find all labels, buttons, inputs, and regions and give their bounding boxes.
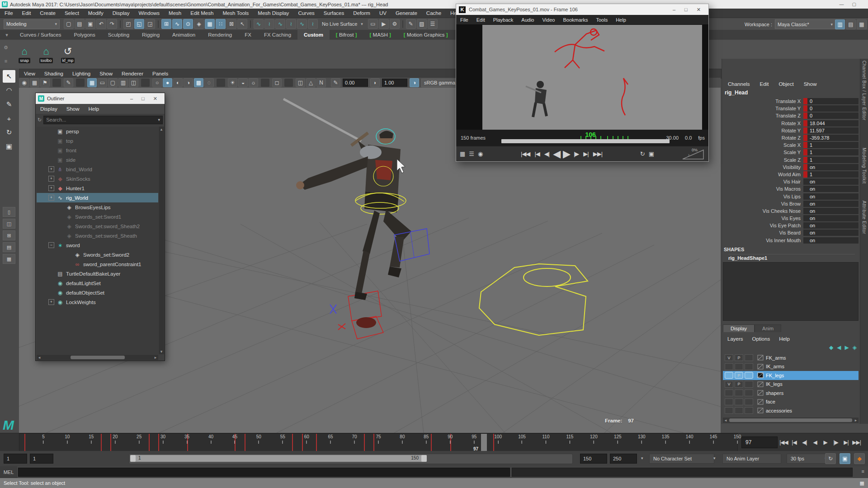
outliner-item[interactable]: ▣ front [37, 145, 158, 155]
paint-effects-icon[interactable]: ✎ [406, 19, 416, 29]
range-slider-bar[interactable]: 1 150 [130, 455, 427, 462]
expand-toggle-icon[interactable]: + [48, 185, 54, 191]
layer-playback-toggle[interactable] [735, 389, 743, 396]
player-title-bar[interactable]: K Combat_Games_KeyPoses_01.mov - Frame 1… [456, 4, 708, 15]
lasso-select-tool[interactable]: ◠ [3, 84, 15, 97]
channel-value-field[interactable]: on [803, 237, 859, 244]
outliner-item[interactable]: ▣ persp [37, 127, 158, 136]
layer-display-type-toggle[interactable] [745, 381, 753, 388]
outliner-menu-item[interactable]: Display [36, 104, 62, 113]
shape-node-name[interactable]: rig_HeadShape1 [728, 254, 855, 261]
player-menu-item[interactable]: Bookmarks [559, 15, 592, 24]
curve-history-icon[interactable]: ≀ [308, 19, 318, 29]
menu-item[interactable]: Modify [84, 9, 108, 18]
layer-display-type-toggle[interactable] [745, 363, 753, 370]
player-menu-item[interactable]: Tools [592, 15, 612, 24]
outliner-item[interactable]: ◉ defaultLightSet [37, 278, 158, 288]
outliner-maximize-button[interactable]: □ [142, 96, 145, 101]
toggle-tool-settings-icon[interactable]: ▦ [857, 19, 867, 29]
outliner-item[interactable]: ◉ defaultObjectSet [37, 288, 158, 297]
command-line-input[interactable] [18, 468, 510, 477]
tab-attribute-editor[interactable]: Attribute Editor [860, 199, 868, 236]
channel-box-menu-item[interactable]: Object [774, 80, 798, 89]
range-slider-track[interactable]: 1 150 [129, 454, 573, 464]
layer-playback-toggle[interactable] [735, 363, 743, 370]
xray-joints-icon[interactable]: △ [306, 78, 316, 87]
rotate-tool[interactable]: ↻ [3, 126, 15, 139]
color-palette-icon[interactable]: ◉ [478, 150, 483, 157]
playback-end-field[interactable]: 150 [580, 454, 607, 464]
toggle-attribute-editor-icon[interactable]: ▤ [846, 19, 856, 29]
layer-playback-toggle[interactable]: P [735, 354, 743, 361]
gamma-icon[interactable]: ◗ [370, 78, 380, 87]
shelf-tab[interactable]: Bifrost [330, 30, 363, 40]
menu-item[interactable]: Select [60, 9, 84, 18]
select-tool[interactable]: ↖ [3, 70, 15, 83]
layer-visibility-toggle[interactable] [725, 363, 733, 370]
player-video-area[interactable] [456, 25, 708, 130]
shelf-tab[interactable]: Rigging [136, 30, 166, 40]
list-view-icon[interactable]: ☰ [469, 150, 474, 157]
ipr-render-icon[interactable]: ▶ [379, 19, 389, 29]
player-menu-item[interactable]: File [456, 15, 472, 24]
player-menu-item[interactable]: Video [538, 15, 559, 24]
channel-value-field[interactable]: on [803, 193, 859, 200]
playback-start-field[interactable]: 1 [30, 454, 53, 464]
outliner-close-button[interactable]: ✕ [153, 96, 157, 101]
player-menu-item[interactable]: Help [612, 15, 630, 24]
search-dropdown-icon[interactable]: ▾ [158, 116, 160, 124]
shelf-tab[interactable]: FX [238, 30, 258, 40]
exposure-icon[interactable]: ✎ [331, 78, 340, 87]
use-all-lights-icon[interactable]: ☀ [228, 78, 237, 87]
channel-value-field[interactable]: on [803, 186, 859, 192]
shelf-tab[interactable]: Custom [297, 30, 330, 40]
outliner-item[interactable]: + ◉ LockWeights [37, 297, 158, 307]
shelf-tab[interactable]: Rendering [202, 30, 238, 40]
shelf-tab[interactable]: MASH [363, 30, 397, 40]
go-to-start-button[interactable]: |◀◀ [778, 436, 789, 448]
snap-to-plane-icon[interactable]: ◈ [194, 19, 204, 29]
layer-playback-toggle[interactable] [735, 399, 743, 405]
wireframe-on-shaded-icon[interactable]: ◐ [173, 78, 183, 87]
layer-visibility-toggle[interactable] [725, 399, 733, 405]
channel-value-field[interactable]: on [803, 208, 859, 214]
channel-value-field[interactable]: 0 [803, 105, 859, 112]
channel-value-field[interactable]: on [803, 222, 859, 229]
layer-display-type-toggle[interactable] [745, 399, 753, 405]
grid-toggle-icon[interactable]: ▦ [87, 78, 97, 87]
channel-value-field[interactable]: 1 [803, 157, 859, 163]
play-backwards-button[interactable]: ◀ [810, 436, 820, 448]
layer-row[interactable]: P FK_legs [723, 371, 859, 380]
layer-sort-icon[interactable]: ◈ [853, 344, 857, 351]
expand-toggle-icon[interactable]: + [48, 166, 54, 172]
animation-start-field[interactable]: 1 [4, 454, 27, 464]
frame-list-icon[interactable]: ▣ [649, 150, 654, 157]
menu-item[interactable]: Create [35, 9, 60, 18]
anim-layer-menu-icon[interactable]: ▾ [713, 456, 716, 460]
outliner-minimize-button[interactable]: – [130, 96, 133, 101]
layer-editor-menu-item[interactable]: Options [748, 334, 775, 343]
channel-value-field[interactable]: on [803, 178, 859, 185]
select-by-hierarchy-icon[interactable]: ◰ [123, 19, 133, 29]
shelf-tab[interactable]: Animation [166, 30, 202, 40]
player-go-to-end-button[interactable]: ▶▶| [593, 150, 602, 157]
layer-visibility-toggle[interactable]: V [725, 354, 733, 361]
player-go-to-start-button[interactable]: |◀◀ [521, 150, 530, 157]
time-slider[interactable]: 5101520253035404550556065707580859095100… [19, 433, 738, 452]
outliner-title-bar[interactable]: M Outliner – □ ✕ [36, 93, 165, 104]
four-pane-layout-button[interactable]: ⊞ [3, 230, 15, 240]
anim-layer-selector[interactable]: No Anim Layer [722, 454, 781, 464]
undo-icon[interactable]: ↶ [96, 19, 106, 29]
toggle-channel-box-icon[interactable]: ▥ [835, 19, 845, 29]
exposure-field[interactable]: 0.00 [343, 79, 368, 87]
flat-shade-icon[interactable]: ◑ [184, 78, 193, 87]
hypershade-icon[interactable]: ☰ [428, 19, 438, 29]
panel-menu-item[interactable]: Shading [40, 69, 68, 78]
character-set-selector[interactable]: No Character Set [649, 454, 714, 464]
menu-item[interactable]: UV [375, 9, 391, 18]
outliner-item[interactable]: ▣ top [37, 136, 158, 145]
channel-value-field[interactable]: 1 [803, 171, 859, 178]
layer-editor-menu-item[interactable]: Layers [723, 334, 748, 343]
rebuild-icon[interactable]: ∿ [297, 19, 307, 29]
input-connections-icon[interactable]: ∿ [254, 19, 264, 29]
